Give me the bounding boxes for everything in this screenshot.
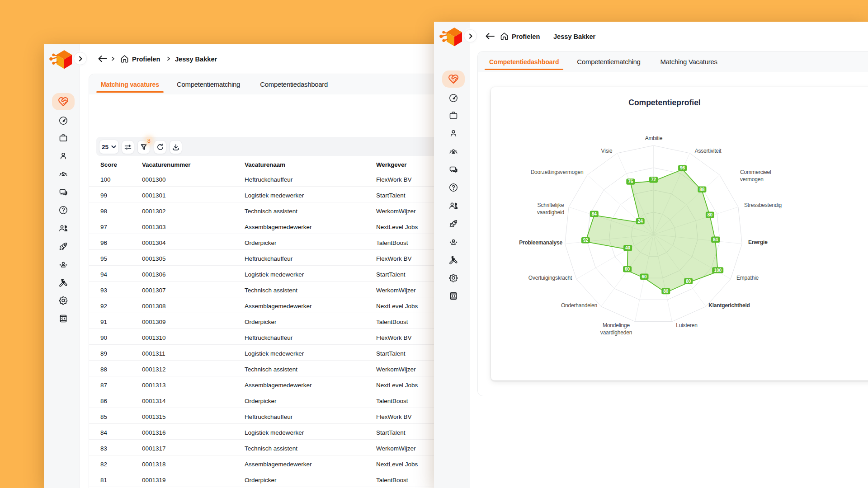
svg-text:80: 80 <box>686 279 691 284</box>
svg-text:24: 24 <box>638 219 643 224</box>
svg-text:60: 60 <box>625 267 630 272</box>
svg-text:80: 80 <box>708 212 713 217</box>
svg-text:92: 92 <box>583 238 589 243</box>
svg-text:88: 88 <box>699 187 705 192</box>
svg-text:96: 96 <box>680 165 685 170</box>
svg-text:76: 76 <box>628 179 633 184</box>
svg-text:80: 80 <box>663 289 669 294</box>
svg-text:40: 40 <box>625 245 631 250</box>
svg-text:84: 84 <box>592 211 597 216</box>
svg-text:60: 60 <box>642 274 647 279</box>
svg-text:84: 84 <box>713 237 718 242</box>
svg-text:72: 72 <box>651 177 656 182</box>
svg-text:100: 100 <box>714 268 722 273</box>
